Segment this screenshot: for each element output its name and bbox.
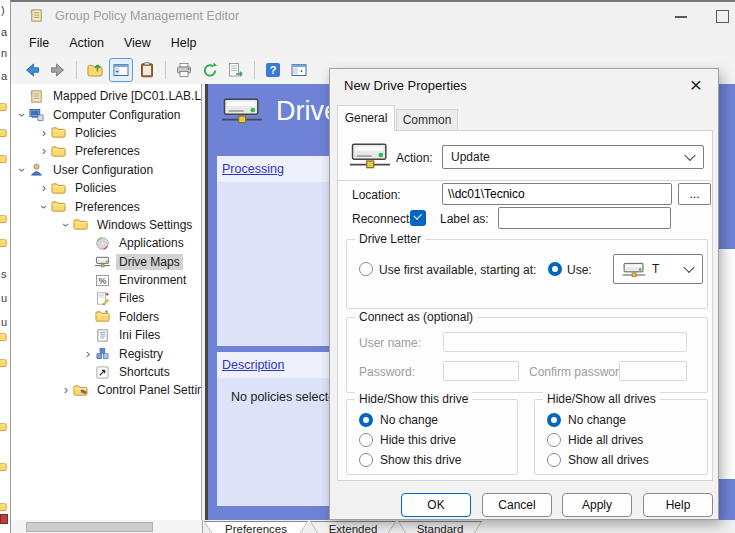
user-icon bbox=[29, 162, 45, 177]
menu-view[interactable]: View bbox=[114, 33, 161, 53]
forward-arrow-icon[interactable] bbox=[46, 58, 70, 82]
tree-horizontal-scrollbar[interactable] bbox=[11, 520, 203, 533]
background-folder-icon bbox=[0, 420, 7, 431]
folder-icon bbox=[73, 217, 89, 232]
radio-icon[interactable] bbox=[547, 413, 561, 427]
tab-general[interactable]: General bbox=[337, 105, 395, 131]
description-link[interactable]: Description bbox=[222, 358, 285, 372]
bottom-tab-preferences[interactable]: Preferences bbox=[204, 521, 308, 533]
tree-item-ini-files[interactable]: ›Ini Files bbox=[11, 326, 201, 344]
tree-item-control-panel-setting[interactable]: ›Control Panel Setting bbox=[11, 381, 201, 399]
browse-button[interactable]: ... bbox=[678, 183, 711, 205]
tree-item-drive-maps[interactable]: ›Drive Maps bbox=[11, 253, 201, 271]
tree-item-preferences[interactable]: ›Preferences bbox=[11, 142, 201, 160]
radio-option-hide-all-drives[interactable]: Hide all drives bbox=[547, 430, 703, 450]
tree-item-registry[interactable]: ›Registry bbox=[11, 344, 201, 362]
tree-item-applications[interactable]: ›Applications bbox=[11, 234, 201, 252]
bottom-tab-standard[interactable]: Standard bbox=[398, 521, 482, 533]
use-first-available-radio[interactable] bbox=[359, 262, 373, 276]
background-folder-icon bbox=[0, 126, 7, 137]
bottom-tab-extended[interactable]: Extended bbox=[310, 521, 396, 533]
radio-option-show-this-drive[interactable]: Show this drive bbox=[359, 450, 513, 470]
radio-icon[interactable] bbox=[359, 413, 373, 427]
user-name-input[interactable] bbox=[443, 332, 687, 352]
radio-option-hide-this-drive[interactable]: Hide this drive bbox=[359, 430, 513, 450]
radio-icon[interactable] bbox=[547, 453, 561, 467]
connect-as-group-title: Connect as (optional) bbox=[355, 310, 477, 324]
chevron-right-icon[interactable]: › bbox=[37, 146, 51, 156]
tree-item-policies[interactable]: ›Policies bbox=[11, 179, 201, 197]
menu-action[interactable]: Action bbox=[59, 33, 114, 53]
reconnect-label: Reconnect: bbox=[352, 212, 413, 226]
background-folder-icon bbox=[0, 330, 7, 341]
tree-item-files[interactable]: ›Files bbox=[11, 289, 201, 307]
radio-option-show-all-drives[interactable]: Show all drives bbox=[547, 450, 703, 470]
tree-item-windows-settings[interactable]: ›Windows Settings bbox=[11, 216, 201, 234]
folder-icon bbox=[51, 199, 67, 214]
title-bar: Group Policy Management Editor bbox=[11, 2, 735, 30]
confirm-password-input[interactable] bbox=[619, 361, 687, 381]
tree-item-mapped-drive-dc01-lab-loca[interactable]: ›Mapped Drive [DC01.LAB.LOCA bbox=[11, 87, 201, 105]
help-icon[interactable]: ? bbox=[261, 58, 285, 82]
new-window-icon[interactable] bbox=[287, 58, 311, 82]
radio-icon[interactable] bbox=[359, 433, 373, 447]
tree-item-folders[interactable]: ›Folders bbox=[11, 308, 201, 326]
menu-help[interactable]: Help bbox=[161, 33, 207, 53]
hide-show-all-drives-group: Hide/Show all drives No changeHide all d… bbox=[534, 399, 708, 475]
chevron-right-icon[interactable]: › bbox=[37, 128, 51, 138]
use-radio[interactable] bbox=[548, 262, 562, 276]
close-icon[interactable]: × bbox=[684, 73, 708, 97]
action-dropdown[interactable]: Update bbox=[442, 145, 704, 169]
console-tree-icon[interactable] bbox=[109, 58, 133, 82]
tree-item-policies[interactable]: ›Policies bbox=[11, 124, 201, 142]
tree-item-user-configuration[interactable]: ›User Configuration bbox=[11, 161, 201, 179]
tree-item-shortcuts[interactable]: ›Shortcuts bbox=[11, 363, 201, 381]
menu-file[interactable]: File bbox=[19, 33, 59, 53]
menu-bar: FileActionViewHelp bbox=[11, 30, 735, 56]
print-icon[interactable] bbox=[172, 58, 196, 82]
up-folder-icon[interactable] bbox=[83, 58, 107, 82]
tree-item-computer-configuration[interactable]: ›Computer Configuration bbox=[11, 105, 201, 123]
help-button[interactable]: Help bbox=[643, 493, 713, 517]
toolbar-separator bbox=[254, 61, 255, 79]
reconnect-checkbox[interactable] bbox=[410, 210, 426, 226]
paste-icon[interactable] bbox=[135, 58, 159, 82]
minimize-button[interactable] bbox=[675, 16, 687, 18]
chevron-right-icon[interactable]: › bbox=[59, 385, 73, 395]
radio-label: Show this drive bbox=[380, 453, 461, 467]
label-as-input[interactable] bbox=[498, 207, 671, 229]
ok-button[interactable]: OK bbox=[401, 493, 471, 517]
chevron-right-icon[interactable]: › bbox=[37, 183, 51, 193]
tree-item-environment[interactable]: ›%Environment bbox=[11, 271, 201, 289]
password-input[interactable] bbox=[443, 361, 519, 381]
chevron-right-icon[interactable]: › bbox=[81, 349, 95, 359]
refresh-icon[interactable] bbox=[198, 58, 222, 82]
label-as-label: Label as: bbox=[440, 212, 489, 226]
radio-icon[interactable] bbox=[359, 453, 373, 467]
environment-icon: % bbox=[95, 273, 111, 288]
chevron-down-icon[interactable]: › bbox=[17, 108, 27, 122]
chevron-down-icon[interactable]: › bbox=[61, 218, 71, 232]
apply-button[interactable]: Apply bbox=[562, 493, 632, 517]
maximize-button[interactable] bbox=[716, 10, 729, 23]
back-arrow-icon[interactable] bbox=[20, 58, 44, 82]
drive-letter-select[interactable]: T bbox=[613, 254, 703, 284]
location-input[interactable] bbox=[442, 183, 672, 205]
scrollbar-thumb[interactable] bbox=[26, 522, 153, 532]
export-list-icon[interactable] bbox=[224, 58, 248, 82]
processing-link[interactable]: Processing bbox=[222, 162, 284, 176]
tab-common[interactable]: Common bbox=[396, 109, 458, 131]
chevron-down-icon[interactable]: › bbox=[39, 200, 49, 214]
background-folder-icon bbox=[0, 236, 7, 247]
radio-option-no-change[interactable]: No change bbox=[547, 410, 703, 430]
tree-item-preferences[interactable]: ›Preferences bbox=[11, 197, 201, 215]
radio-icon[interactable] bbox=[547, 433, 561, 447]
drive-icon bbox=[350, 140, 390, 172]
disc-icon bbox=[95, 236, 111, 251]
radio-option-no-change[interactable]: No change bbox=[359, 410, 513, 430]
cancel-button[interactable]: Cancel bbox=[482, 493, 552, 517]
chevron-down-icon bbox=[683, 262, 694, 273]
background-folder-icon bbox=[0, 356, 7, 367]
bottom-tab-label: Standard bbox=[399, 522, 481, 533]
chevron-down-icon[interactable]: › bbox=[17, 163, 27, 177]
